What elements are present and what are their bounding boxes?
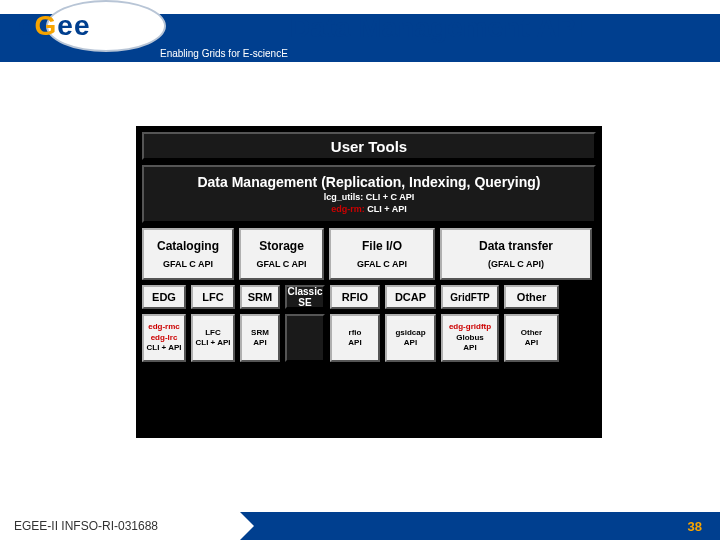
page-number: 38 [688,519,702,534]
srm-label: SRM [251,328,269,338]
logo-letter: e [57,10,74,41]
edg-cli: CLI + API [146,343,181,353]
edg-gridftp: edg-gridftp [449,322,491,332]
storage-title: Storage [259,239,304,253]
dm-lcg-label: lcg_utils: [324,192,364,202]
dm-lcg-val: CLI + C API [366,192,414,202]
footer-ref: EGEE-II INFSO-RI-031688 [0,512,240,540]
rfio-api: API [348,338,361,348]
storage-api: GFAL C API [256,259,306,269]
classic-se-box: Classic SE [285,285,325,309]
datatransfer-title: Data transfer [479,239,553,253]
other-label: Other [521,328,542,338]
rfio-label: rfio [349,328,362,338]
lfc-box: LFC [191,285,235,309]
cataloging-api: GFAL C API [163,259,213,269]
srm-api: API [253,338,266,348]
dcap-api: API [404,338,417,348]
layer-data-management: Data Management (Replication, Indexing, … [142,165,596,223]
gridftp-api-box: edg-gridftp Globus API [441,314,499,362]
lfc-cli: CLI + API [195,338,230,348]
other-api: API [525,338,538,348]
footer: EGEE-II INFSO-RI-031688 38 [0,512,720,540]
globus: Globus [456,333,484,343]
logo-letter: G [35,10,58,41]
srm-box: SRM [240,285,280,309]
dcap-api-box: gsidcap API [385,314,436,362]
logo-text: eGee [18,10,91,42]
srm-api-box: SRM API [240,314,280,362]
edg-lrc: edg-lrc [151,333,178,343]
datatransfer-box: Data transfer (GFAL C API) [440,228,592,280]
dm-edg-line: edg-rm: CLI + API [331,204,406,214]
dm-title: Data Management (Replication, Indexing, … [197,174,540,190]
other-api-box: Other API [504,314,559,362]
dm-edg-label: edg-rm: [331,204,365,214]
fileio-api: GFAL C API [357,259,407,269]
dm-lcg-line: lcg_utils: CLI + C API [324,192,414,202]
gftp-api: API [463,343,476,353]
edg-box: EDG [142,285,186,309]
logo-letter: e [18,10,35,41]
data-management-box: Data Management (Replication, Indexing, … [142,165,596,223]
classic-se-api-box [285,314,325,362]
lfc-api-box: LFC CLI + API [191,314,235,362]
rfio-api-box: rfio API [330,314,380,362]
dcap-box: DCAP [385,285,436,309]
edg-rmc: edg-rmc [148,322,180,332]
edg-api-box: edg-rmc edg-lrc CLI + API [142,314,186,362]
fileio-title: File I/O [362,239,402,253]
architecture-diagram: User Tools Data Management (Replication,… [136,126,602,438]
gridftp-box: GridFTP [441,285,499,309]
layer-apis: edg-rmc edg-lrc CLI + API LFC CLI + API … [142,314,596,362]
layer-user-tools: User Tools [142,132,596,160]
cataloging-title: Cataloging [157,239,219,253]
rfio-box: RFIO [330,285,380,309]
datatransfer-api: (GFAL C API) [488,259,544,269]
other-box: Other [504,285,559,309]
logo: eGee [8,0,158,62]
tagline: Enabling Grids for E-sciencE [160,48,288,59]
cataloging-box: Cataloging GFAL C API [142,228,234,280]
layer-protocols: EDG LFC SRM Classic SE RFIO DCAP GridFTP… [142,285,596,309]
lfc-label: LFC [205,328,221,338]
storage-box: Storage GFAL C API [239,228,324,280]
dm-edg-val: CLI + API [367,204,406,214]
gsidcap-label: gsidcap [395,328,425,338]
page-title: Data Management API [290,12,583,44]
logo-letter: e [74,10,91,41]
user-tools-box: User Tools [142,132,596,160]
fileio-box: File I/O GFAL C API [329,228,435,280]
layer-services: Cataloging GFAL C API Storage GFAL C API… [142,228,596,280]
